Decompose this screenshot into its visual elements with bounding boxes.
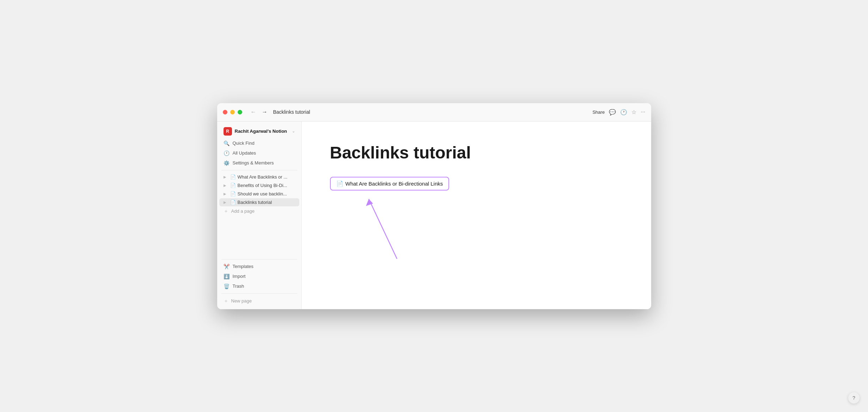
traffic-lights — [223, 110, 242, 114]
page-heading: Backlinks tutorial — [330, 143, 623, 163]
doc-icon: 📄 — [230, 200, 236, 205]
minimize-button[interactable] — [230, 110, 235, 114]
workspace-name: Rachit Agarwal's Notion — [235, 129, 289, 134]
workspace-chevron-icon: ⌄ — [292, 129, 295, 133]
sidebar-item-import[interactable]: ⬇️ Import — [219, 272, 299, 281]
chevron-icon: ▶ — [224, 175, 228, 179]
sidebar: R Rachit Agarwal's Notion ⌄ 🔍 Quick Find… — [217, 121, 302, 309]
help-label: ? — [852, 395, 855, 401]
page-2-title: Benefits of Using Bi-Di... — [238, 183, 297, 188]
chevron-icon: ▶ — [224, 192, 228, 196]
page-4-title: Backlinks tutorial — [238, 200, 297, 205]
sidebar-item-settings[interactable]: ⚙️ Settings & Members — [219, 158, 299, 168]
doc-icon: 📄 — [230, 174, 236, 180]
comments-icon[interactable]: 💬 — [609, 109, 616, 116]
sidebar-page-1[interactable]: ▶ 📄 What Are Backlinks or ... — [219, 173, 299, 181]
maximize-button[interactable] — [238, 110, 242, 114]
app-window: ← → Backlinks tutorial Share 💬 🕐 ☆ ··· R… — [217, 103, 651, 309]
back-arrow[interactable]: ← — [249, 107, 258, 117]
sidebar-item-templates[interactable]: ✂️ Templates — [219, 262, 299, 271]
doc-icon: 📄 — [230, 183, 236, 188]
sidebar-divider-3 — [221, 293, 297, 294]
favorite-icon[interactable]: ☆ — [631, 109, 636, 116]
forward-arrow[interactable]: → — [261, 107, 269, 117]
close-button[interactable] — [223, 110, 227, 114]
workspace-avatar: R — [224, 127, 232, 136]
doc-icon: 📄 — [230, 191, 236, 196]
trash-icon: 🗑️ — [224, 283, 230, 289]
workspace-header[interactable]: R Rachit Agarwal's Notion ⌄ — [219, 125, 299, 138]
chevron-icon: ▶ — [224, 200, 228, 204]
plus-icon: ＋ — [224, 208, 228, 214]
main-layout: R Rachit Agarwal's Notion ⌄ 🔍 Quick Find… — [217, 121, 651, 309]
new-page-label: New page — [231, 298, 252, 304]
quick-find-label: Quick Find — [233, 141, 255, 146]
titlebar-actions: Share 💬 🕐 ☆ ··· — [592, 109, 645, 116]
sidebar-page-4-active[interactable]: ▶ 📄 Backlinks tutorial — [219, 198, 299, 206]
add-page-button[interactable]: ＋ Add a page — [219, 207, 299, 216]
plus-icon-new: ＋ — [224, 298, 228, 304]
annotation-arrow — [358, 194, 404, 266]
chevron-icon: ▶ — [224, 183, 228, 187]
content-area: Backlinks tutorial 📄 What Are Backlinks … — [302, 121, 651, 309]
add-page-label: Add a page — [231, 208, 255, 214]
clock-icon: 🕐 — [224, 150, 230, 156]
all-updates-label: All Updates — [233, 150, 256, 156]
page-3-title: Should we use backlin... — [238, 191, 297, 196]
page-title-breadcrumb: Backlinks tutorial — [273, 109, 310, 115]
page-1-title: What Are Backlinks or ... — [238, 174, 297, 180]
backlink-box[interactable]: 📄 What Are Backlinks or Bi-directional L… — [330, 177, 450, 191]
titlebar: ← → Backlinks tutorial Share 💬 🕐 ☆ ··· — [217, 103, 651, 121]
sidebar-page-2[interactable]: ▶ 📄 Benefits of Using Bi-Di... — [219, 181, 299, 189]
settings-label: Settings & Members — [233, 160, 274, 166]
sidebar-pages: ▶ 📄 What Are Backlinks or ... ▶ 📄 Benefi… — [217, 173, 301, 257]
nav-controls: ← → Backlinks tutorial — [249, 107, 310, 117]
backlink-doc-icon: 📄 — [336, 180, 343, 187]
history-icon[interactable]: 🕐 — [620, 109, 627, 116]
help-button[interactable]: ? — [848, 392, 860, 404]
share-button[interactable]: Share — [592, 110, 605, 115]
new-page-button[interactable]: ＋ New page — [219, 296, 299, 306]
templates-label: Templates — [233, 264, 253, 269]
sidebar-item-quick-find[interactable]: 🔍 Quick Find — [219, 139, 299, 148]
search-icon: 🔍 — [224, 141, 230, 146]
more-options-icon[interactable]: ··· — [641, 109, 645, 115]
sidebar-item-trash[interactable]: 🗑️ Trash — [219, 282, 299, 291]
templates-icon: ✂️ — [224, 264, 230, 269]
import-icon: ⬇️ — [224, 274, 230, 279]
sidebar-divider-2 — [221, 259, 297, 260]
sidebar-divider-1 — [221, 170, 297, 170]
settings-icon: ⚙️ — [224, 160, 230, 166]
svg-line-0 — [369, 199, 397, 259]
sidebar-page-3[interactable]: ▶ 📄 Should we use backlin... — [219, 190, 299, 198]
backlink-label: What Are Backlinks or Bi-directional Lin… — [346, 181, 443, 187]
sidebar-item-all-updates[interactable]: 🕐 All Updates — [219, 149, 299, 158]
import-label: Import — [233, 274, 246, 279]
trash-label: Trash — [233, 283, 244, 289]
